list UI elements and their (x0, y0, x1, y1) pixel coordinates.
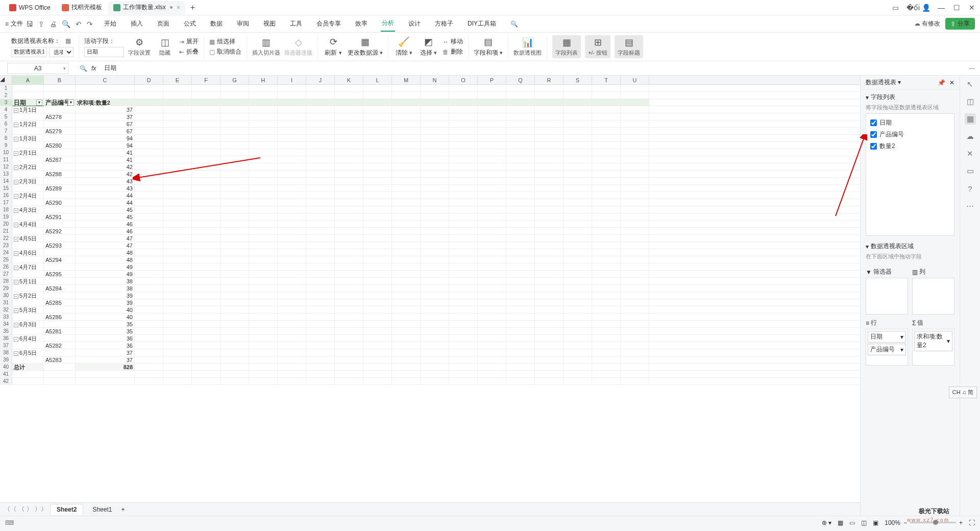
cell[interactable] (535, 278, 564, 284)
cell[interactable] (535, 306, 564, 313)
collapse-icon[interactable]: − (14, 123, 18, 127)
cell[interactable] (449, 135, 478, 141)
cell[interactable] (335, 299, 363, 306)
cell[interactable] (392, 299, 421, 306)
cell[interactable] (449, 378, 478, 384)
row-header[interactable]: 41 (0, 371, 12, 377)
menu-insert[interactable]: 插入 (130, 16, 144, 31)
cell[interactable] (478, 178, 506, 184)
cell[interactable] (535, 142, 564, 149)
cell[interactable] (535, 299, 564, 306)
cell[interactable] (564, 321, 592, 327)
cell[interactable] (421, 271, 449, 277)
cell[interactable] (506, 221, 535, 227)
field-icon[interactable]: ▦ (65, 37, 71, 44)
cell[interactable] (592, 306, 621, 313)
cell[interactable] (506, 99, 535, 106)
cell[interactable] (478, 135, 506, 141)
col-header-O[interactable]: O (449, 76, 478, 84)
window-snap-icon[interactable]: ▭ (891, 4, 899, 12)
cell[interactable] (135, 192, 163, 199)
cell[interactable] (220, 335, 249, 342)
cell[interactable] (192, 349, 220, 356)
cell[interactable] (335, 249, 363, 256)
cell[interactable] (363, 342, 392, 349)
cell[interactable] (335, 235, 363, 242)
cell[interactable] (421, 199, 449, 206)
col-header-C[interactable]: C (76, 76, 135, 84)
cell[interactable]: 43 (76, 178, 135, 184)
cell[interactable] (12, 271, 44, 277)
cell[interactable] (506, 278, 535, 284)
cell[interactable] (535, 242, 564, 249)
cell[interactable] (306, 328, 335, 334)
collapse-icon[interactable]: − (14, 151, 18, 156)
cell[interactable]: A5293 (44, 242, 76, 249)
cell[interactable] (44, 321, 76, 327)
menu-vip[interactable]: 会员专享 (315, 16, 342, 31)
cell[interactable] (564, 99, 592, 106)
menu-view[interactable]: 视图 (262, 16, 277, 31)
cell[interactable] (421, 85, 449, 91)
cell[interactable] (192, 113, 220, 120)
cell[interactable] (12, 113, 44, 120)
cell[interactable]: −6月3日 (12, 321, 44, 327)
cell[interactable] (506, 206, 535, 213)
cell[interactable] (192, 235, 220, 242)
cell[interactable] (249, 185, 278, 191)
cell[interactable]: 42 (76, 163, 135, 170)
cell[interactable] (363, 199, 392, 206)
share-button[interactable]: ⇧ 分享 (945, 18, 975, 30)
refresh-button[interactable]: ⟳刷新 ▾ (323, 36, 344, 57)
cell[interactable] (220, 192, 249, 199)
cell[interactable] (44, 178, 76, 184)
cell[interactable] (478, 113, 506, 120)
formula-input[interactable]: 日期 (100, 64, 969, 73)
cell[interactable] (449, 364, 478, 370)
row-header[interactable]: 16 (0, 192, 12, 199)
cell[interactable] (449, 99, 478, 106)
cell[interactable] (421, 249, 449, 256)
collapse-icon[interactable]: − (14, 223, 18, 227)
cell[interactable]: A5282 (44, 342, 76, 349)
row-header[interactable]: 25 (0, 256, 12, 263)
cell[interactable] (564, 178, 592, 184)
cell[interactable] (392, 292, 421, 299)
cell[interactable] (363, 356, 392, 363)
cell[interactable]: A5289 (44, 185, 76, 191)
cell[interactable] (278, 185, 306, 191)
row-header[interactable]: 4 (0, 106, 12, 113)
cell[interactable] (135, 256, 163, 263)
cell[interactable] (506, 321, 535, 327)
cell[interactable] (335, 99, 363, 106)
cell[interactable] (564, 213, 592, 220)
cell[interactable] (249, 128, 278, 134)
cell[interactable] (306, 192, 335, 199)
cell[interactable] (363, 85, 392, 91)
cell[interactable] (421, 178, 449, 184)
cell[interactable] (392, 306, 421, 313)
cell[interactable] (76, 85, 135, 91)
cell[interactable] (478, 328, 506, 334)
cell[interactable] (135, 171, 163, 177)
cell[interactable] (478, 171, 506, 177)
cell[interactable] (278, 335, 306, 342)
clear-button[interactable]: 🧹清除 ▾ (394, 36, 414, 57)
cell[interactable] (535, 85, 564, 91)
cell[interactable] (306, 349, 335, 356)
row-header[interactable]: 9 (0, 142, 12, 149)
cell[interactable] (278, 306, 306, 313)
cell[interactable] (306, 292, 335, 299)
cell[interactable] (535, 228, 564, 234)
cell[interactable] (478, 156, 506, 163)
cell[interactable]: 44 (76, 199, 135, 206)
cell[interactable] (392, 163, 421, 170)
cell[interactable] (192, 356, 220, 363)
cell[interactable] (506, 335, 535, 342)
cell[interactable] (392, 342, 421, 349)
cell[interactable] (363, 128, 392, 134)
zoom-slider[interactable] (910, 522, 956, 523)
cell[interactable] (535, 156, 564, 163)
cell[interactable] (478, 342, 506, 349)
cell[interactable] (478, 228, 506, 234)
